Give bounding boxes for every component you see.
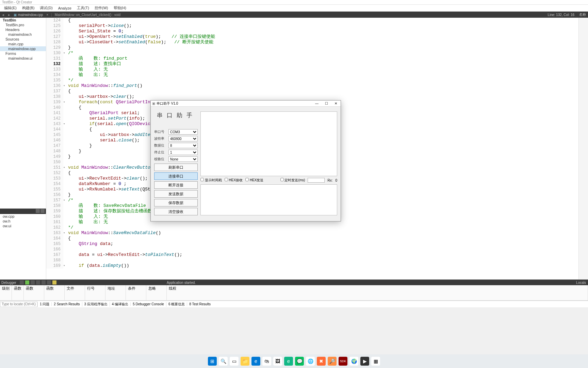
code-line[interactable]: 130▾/* bbox=[46, 50, 578, 56]
tree-forms[interactable]: Forms bbox=[0, 51, 46, 56]
photos-icon[interactable]: 🖼 bbox=[273, 357, 282, 366]
code-line[interactable]: 128 ui->CloseUart->setEnabled(false); //… bbox=[46, 40, 578, 45]
dialog-maximize-button[interactable]: ☐ bbox=[322, 101, 331, 107]
everything-icon[interactable]: 🔎 bbox=[328, 357, 337, 366]
port-select[interactable]: COM3 bbox=[168, 129, 198, 135]
col-func2[interactable]: 函数 bbox=[24, 285, 44, 301]
menu-tools[interactable]: 工具(T) bbox=[74, 5, 92, 11]
locator-input[interactable] bbox=[0, 302, 37, 307]
open-doc-1[interactable]: ow.cpp bbox=[0, 214, 46, 219]
output-tab-issues[interactable]: 1 问题 bbox=[37, 302, 51, 307]
timed-send-input[interactable] bbox=[308, 178, 325, 183]
menu-build[interactable]: 构建(B) bbox=[19, 5, 37, 11]
stop-select[interactable]: 1 bbox=[168, 150, 198, 155]
hex-recv-checkbox[interactable]: HEX接收 bbox=[225, 178, 243, 183]
refresh-port-button[interactable]: 刷新串口 bbox=[154, 164, 198, 171]
tree-headers[interactable]: Headers bbox=[0, 27, 46, 32]
open-documents[interactable]: ow.cpp ow.h ow.ui bbox=[0, 214, 46, 279]
code-line[interactable]: 124{ bbox=[46, 18, 578, 23]
output-tab-compile[interactable]: 4 编译输出 bbox=[110, 302, 130, 307]
save-data-button[interactable]: 保存数据 bbox=[154, 199, 198, 206]
dialog-titlebar[interactable]: ▣ 串口助手 V1.0 — ☐ ✕ bbox=[151, 101, 341, 107]
dialog-close-button[interactable]: ✕ bbox=[331, 101, 341, 107]
dbg-run-icon[interactable] bbox=[25, 280, 29, 285]
code-line[interactable]: 167 data = ui->RecvTextEdit->toPlainText… bbox=[46, 252, 578, 258]
code-line[interactable]: 165 QString data; bbox=[46, 241, 578, 247]
tree-root[interactable]: TestBin bbox=[0, 18, 46, 22]
dbg-continue-icon[interactable] bbox=[20, 280, 24, 285]
code-line[interactable]: 133 输 入: 无 bbox=[46, 67, 578, 72]
tree-header-file[interactable]: mainwindow.h bbox=[0, 32, 46, 37]
right-panel[interactable] bbox=[578, 18, 588, 279]
menu-debug[interactable]: 调试(D) bbox=[37, 5, 55, 11]
col-thread[interactable]: 线程 bbox=[167, 285, 588, 301]
app2-icon[interactable]: ▦ bbox=[371, 357, 380, 366]
col-func1[interactable]: 函数 bbox=[12, 285, 24, 301]
code-line[interactable]: 126 Serial_State = 0; bbox=[46, 29, 578, 34]
dbg-step-in-icon[interactable] bbox=[42, 280, 46, 285]
nav-back-icon[interactable]: ◄ bbox=[1, 13, 5, 17]
taskview-icon[interactable]: ▭ bbox=[230, 357, 239, 366]
col-file[interactable]: 文件 bbox=[65, 285, 85, 301]
code-line[interactable]: 129} bbox=[46, 45, 578, 50]
col-ignore[interactable]: 忽略 bbox=[146, 285, 167, 301]
code-line[interactable]: 169▾ if (data.isEmpty()) bbox=[46, 263, 578, 269]
open-file-tab[interactable]: ▣ mainwindow.cpp × bbox=[14, 13, 48, 17]
project-tree[interactable]: TestBin TestBin.pro Headers mainwindow.h… bbox=[0, 18, 46, 209]
code-line[interactable]: 135*/ bbox=[46, 78, 578, 83]
col-line[interactable]: 行号 bbox=[85, 285, 105, 301]
split-icon[interactable] bbox=[36, 209, 40, 213]
dialog-minimize-button[interactable]: — bbox=[312, 101, 322, 107]
tree-pro[interactable]: TestBin.pro bbox=[0, 22, 46, 27]
wechat-icon[interactable]: 💬 bbox=[295, 357, 304, 366]
timestamp-checkbox[interactable]: 显示时间戳 bbox=[200, 178, 222, 183]
code-line[interactable]: 164{ bbox=[46, 236, 578, 241]
timed-send-checkbox[interactable]: 定时发送(ms) bbox=[280, 178, 305, 183]
menu-analyze[interactable]: Analyze bbox=[55, 6, 74, 10]
dbg-step-out-icon[interactable] bbox=[47, 280, 51, 285]
open-doc-3[interactable]: ow.ui bbox=[0, 224, 46, 228]
tree-main-cpp[interactable]: main.cpp bbox=[0, 42, 46, 46]
output-tab-app-output[interactable]: 3 应用程序输出 bbox=[82, 302, 110, 307]
search-icon[interactable]: 🔍 bbox=[219, 357, 228, 366]
code-line[interactable]: 125 serialPort->close(); bbox=[46, 23, 578, 29]
code-line[interactable]: 137{ bbox=[46, 89, 578, 94]
app1-icon[interactable]: e bbox=[284, 357, 293, 366]
dbg-restart-icon[interactable] bbox=[52, 280, 56, 285]
menu-widgets[interactable]: 控件(W) bbox=[92, 5, 111, 11]
col-func3[interactable]: 函数 bbox=[44, 285, 65, 301]
code-line[interactable]: 136▾void MainWindow::find_port() bbox=[46, 83, 578, 89]
send-data-button[interactable]: 发送数据 bbox=[154, 190, 198, 198]
start-icon[interactable]: ⊞ bbox=[208, 357, 217, 366]
menu-help[interactable]: 帮助(H) bbox=[111, 5, 129, 11]
todesk-icon[interactable]: ✖ bbox=[317, 357, 326, 366]
tree-mainwindow-cpp[interactable]: mainwindow.cpp bbox=[0, 46, 46, 51]
code-line[interactable]: 138 ui->uartbox->clear(); bbox=[46, 94, 578, 99]
code-line[interactable]: 134 输 出: 无 bbox=[46, 72, 578, 78]
output-tab-summary[interactable]: 6 概要信息 bbox=[166, 302, 187, 307]
browser-icon[interactable]: 🌍 bbox=[349, 357, 358, 366]
sdk-icon[interactable]: SDK bbox=[339, 357, 347, 366]
edge-icon[interactable]: e bbox=[251, 357, 260, 366]
output-tab-dbg-console[interactable]: 5 Debugger Console bbox=[130, 302, 166, 306]
open-doc-2[interactable]: ow.h bbox=[0, 219, 46, 224]
col-level[interactable]: 级别 bbox=[0, 285, 12, 301]
explorer-icon[interactable]: 📁 bbox=[241, 357, 249, 366]
nav-fwd-icon[interactable]: ► bbox=[7, 13, 11, 17]
code-line[interactable]: 131 函 数: find_port bbox=[46, 56, 578, 61]
output-tab-search[interactable]: 2 Search Results bbox=[51, 302, 82, 306]
close-tab-icon[interactable]: × bbox=[46, 13, 48, 17]
output-tab-test[interactable]: 8 Test Results bbox=[187, 302, 213, 306]
code-line[interactable]: 127 ui->OpenUart->setEnabled(true); // 连… bbox=[46, 34, 578, 40]
data-select[interactable]: 8 bbox=[168, 143, 198, 148]
chrome-icon[interactable]: 🌐 bbox=[306, 357, 315, 366]
dbg-step-over-icon[interactable] bbox=[36, 280, 40, 285]
connect-port-button[interactable]: 连接串口 bbox=[154, 172, 198, 180]
tree-sources[interactable]: Sources bbox=[0, 37, 46, 42]
code-line[interactable]: 168 bbox=[46, 258, 578, 263]
recv-textarea[interactable] bbox=[200, 111, 337, 176]
breadcrumb-method[interactable]: MainWindow::on_CloseUart_clicked() : voi… bbox=[55, 13, 120, 17]
disconnect-button[interactable]: 断开连接 bbox=[154, 181, 198, 189]
store-icon[interactable]: 🛍 bbox=[262, 357, 271, 366]
code-line[interactable]: 132 描 述: 查找串口 bbox=[46, 61, 578, 67]
